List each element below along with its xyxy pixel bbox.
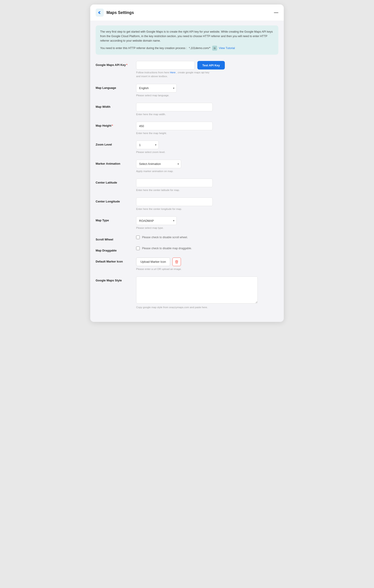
view-tutorial-link[interactable]: View Tutorial <box>219 47 235 50</box>
center-longitude-input[interactable] <box>136 198 213 206</box>
scroll-wheel-wrapper: Please check to disable scroll wheel. <box>136 235 278 239</box>
map-height-label: Map Height* <box>96 122 132 127</box>
api-key-label: Google Maps API Key* <box>96 61 132 67</box>
delete-marker-icon-button[interactable] <box>172 258 181 266</box>
zoom-level-label: Zoom Level <box>96 141 132 146</box>
api-key-wrapper: Test API Key Follow instructions from he… <box>136 61 278 78</box>
referrer-value: *.101demo.com/* <box>189 47 210 50</box>
scroll-wheel-checkbox-row: Please check to disable scroll wheel. <box>136 235 278 239</box>
default-marker-icon-label: Default Marker Icon <box>96 258 132 263</box>
scroll-wheel-hint: Please check to disable scroll wheel. <box>142 236 188 239</box>
map-draggable-wrapper: Please check to disable map draggable. <box>136 247 278 250</box>
referrer-label: You need to enter this HTTP referrer dur… <box>100 47 187 50</box>
map-type-select[interactable]: ROADMAP SATELLITE HYBRID TERRAIN <box>136 216 177 225</box>
info-box: The very first step to get started with … <box>96 25 278 55</box>
map-type-hint: Please select map type. <box>136 226 213 230</box>
map-language-row: Map Language English French Spanish Germ… <box>96 84 278 97</box>
marker-animation-hint: Apply marker animation on map. <box>136 169 213 173</box>
map-height-input[interactable] <box>136 122 213 130</box>
map-height-wrapper: Enter here the map height. <box>136 122 278 135</box>
info-box-main-text: The very first step to get started with … <box>100 30 274 43</box>
window-title: Maps Settings <box>107 10 134 15</box>
map-draggable-hint: Please check to disable map draggable. <box>142 247 192 250</box>
map-language-hint: Please select map language. <box>136 94 213 97</box>
scroll-wheel-checkbox[interactable] <box>136 235 140 239</box>
scroll-wheel-label: Scroll Wheel <box>96 235 132 241</box>
api-key-input[interactable] <box>136 61 195 70</box>
map-height-hint: Enter here the map height. <box>136 131 213 135</box>
marker-animation-select-wrapper: Select Animation BOUNCE DROP ▾ <box>136 160 181 168</box>
center-latitude-label: Center Latitude <box>96 178 132 184</box>
zoom-level-select-wrapper: 12345 678910 ▾ <box>136 141 159 149</box>
minimize-button[interactable] <box>274 12 278 13</box>
center-longitude-label: Center Longitude <box>96 198 132 203</box>
map-height-row: Map Height* Enter here the map height. <box>96 122 278 135</box>
trash-icon <box>175 260 178 264</box>
map-draggable-row: Map Draggable Please check to disable ma… <box>96 247 278 252</box>
center-longitude-wrapper: Enter here the center longitude for map. <box>136 198 278 211</box>
default-marker-icon-hint: Please enter a url OR upload an image. <box>136 267 213 271</box>
info-box-referrer: You need to enter this HTTP referrer dur… <box>100 46 274 51</box>
map-language-wrapper: English French Spanish German Arabic ▾ P… <box>136 84 278 97</box>
map-width-row: Map Width Enter here the map width. <box>96 103 278 116</box>
marker-animation-row: Marker Animation Select Animation BOUNCE… <box>96 160 278 173</box>
api-key-row: Google Maps API Key* Test API Key Follow… <box>96 61 278 78</box>
app-logo-icon <box>96 9 104 17</box>
map-width-label: Map Width <box>96 103 132 108</box>
scroll-wheel-row: Scroll Wheel Please check to disable scr… <box>96 235 278 241</box>
default-marker-icon-row: Default Marker Icon Upload Marker Icon P… <box>96 258 278 271</box>
copy-icon[interactable]: ⧉ <box>212 46 217 51</box>
map-width-wrapper: Enter here the map width. <box>136 103 278 116</box>
upload-row: Upload Marker Icon <box>136 258 278 266</box>
title-bar-left: Maps Settings <box>96 9 134 17</box>
map-type-label: Map Type <box>96 216 132 222</box>
map-language-label: Map Language <box>96 84 132 90</box>
marker-animation-label: Marker Animation <box>96 160 132 165</box>
map-language-select-wrapper: English French Spanish German Arabic ▾ <box>136 84 177 93</box>
api-key-hint: Follow instructions from here Here , cre… <box>136 71 213 78</box>
title-bar: Maps Settings <box>90 4 284 21</box>
map-language-select[interactable]: English French Spanish German Arabic <box>136 84 177 93</box>
map-type-select-wrapper: ROADMAP SATELLITE HYBRID TERRAIN ▾ <box>136 216 177 225</box>
google-maps-style-hint: Copy google map style from snazzymaps.co… <box>136 305 213 309</box>
center-longitude-hint: Enter here the center longitude for map. <box>136 207 213 211</box>
google-maps-style-textarea[interactable] <box>136 276 258 304</box>
map-draggable-label: Map Draggable <box>96 247 132 252</box>
test-api-key-button[interactable]: Test API Key <box>197 61 225 70</box>
map-draggable-checkbox-row: Please check to disable map draggable. <box>136 247 278 250</box>
api-key-input-row: Test API Key <box>136 61 278 70</box>
center-latitude-input[interactable] <box>136 178 213 187</box>
google-maps-style-row: Google Maps Style Copy google map style … <box>96 276 278 309</box>
google-maps-style-label: Google Maps Style <box>96 276 132 282</box>
center-latitude-wrapper: Enter here the center latitude for map. <box>136 178 278 192</box>
marker-animation-select[interactable]: Select Animation BOUNCE DROP <box>136 160 181 168</box>
map-type-wrapper: ROADMAP SATELLITE HYBRID TERRAIN ▾ Pleas… <box>136 216 278 230</box>
zoom-level-wrapper: 12345 678910 ▾ Please select zoom level. <box>136 141 278 154</box>
center-longitude-row: Center Longitude Enter here the center l… <box>96 198 278 211</box>
zoom-level-hint: Please select zoom level. <box>136 150 213 154</box>
marker-animation-wrapper: Select Animation BOUNCE DROP ▾ Apply mar… <box>136 160 278 173</box>
google-maps-style-wrapper: Copy google map style from snazzymaps.co… <box>136 276 278 309</box>
settings-window: Maps Settings The very first step to get… <box>90 4 284 322</box>
map-draggable-checkbox[interactable] <box>136 247 140 250</box>
center-latitude-row: Center Latitude Enter here the center la… <box>96 178 278 192</box>
map-width-input[interactable] <box>136 103 213 111</box>
default-marker-icon-wrapper: Upload Marker Icon Please enter a url OR… <box>136 258 278 271</box>
here-link[interactable]: Here <box>170 71 176 74</box>
map-width-hint: Enter here the map width. <box>136 113 213 116</box>
zoom-level-row: Zoom Level 12345 678910 ▾ Please select … <box>96 141 278 154</box>
center-latitude-hint: Enter here the center latitude for map. <box>136 188 213 192</box>
upload-marker-icon-button[interactable]: Upload Marker Icon <box>136 258 170 266</box>
main-content: The very first step to get started with … <box>90 21 284 322</box>
map-type-row: Map Type ROADMAP SATELLITE HYBRID TERRAI… <box>96 216 278 230</box>
zoom-level-select[interactable]: 12345 678910 <box>136 141 159 149</box>
